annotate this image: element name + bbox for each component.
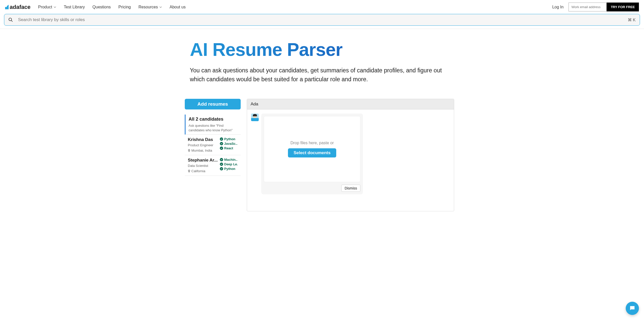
try-free-button[interactable]: TRY FOR FREE xyxy=(607,3,639,11)
nav-product[interactable]: Product xyxy=(38,5,56,9)
pin-icon xyxy=(188,170,190,173)
login-link[interactable]: Log In xyxy=(552,5,563,9)
search-shortcut: ⌘ K xyxy=(628,18,636,22)
candidate-skills: Machin... Deep Le... Python xyxy=(220,158,238,173)
header: adaface Product Test Library Questions P… xyxy=(0,0,644,14)
candidate-location: Mumbai, India xyxy=(188,149,218,152)
workspace: Add resumes All 2 candidates Ask questio… xyxy=(185,99,454,211)
candidate-role: Data Scientist xyxy=(188,164,218,168)
svg-point-0 xyxy=(9,18,12,21)
check-icon xyxy=(220,163,223,166)
all-candidates-item[interactable]: All 2 candidates Ask questions like "Fin… xyxy=(185,115,241,135)
nav-pricing[interactable]: Pricing xyxy=(118,5,131,9)
chat-header: Ada xyxy=(247,99,454,109)
chevron-down-icon xyxy=(159,6,162,8)
upload-bubble: Drop files here, paste or Select documen… xyxy=(261,114,363,194)
candidate-name: Krishna Das xyxy=(188,137,218,142)
pin-icon xyxy=(188,149,190,152)
candidate-item[interactable]: Krishna Das Product Engineer Mumbai, Ind… xyxy=(185,135,241,155)
check-icon xyxy=(220,167,223,170)
main: AI Resume Parser You can ask questions a… xyxy=(185,29,459,211)
check-icon xyxy=(220,158,223,161)
check-icon xyxy=(220,142,223,145)
candidate-name: Stephanie Ar... xyxy=(188,158,218,163)
nav: Product Test Library Questions Pricing R… xyxy=(38,5,186,9)
all-candidates-title: All 2 candidates xyxy=(189,117,238,122)
header-right: Log In TRY FOR FREE xyxy=(552,3,639,11)
chat-panel: Ada Drop files here, paste or Select doc… xyxy=(247,99,454,211)
chat-body: Drop files here, paste or Select documen… xyxy=(247,109,454,211)
search-input[interactable] xyxy=(18,17,628,22)
check-icon xyxy=(220,137,223,141)
add-resumes-button[interactable]: Add resumes xyxy=(185,99,241,109)
candidate-role: Product Engineer xyxy=(188,143,218,147)
page-subtitle: You can ask questions about your candida… xyxy=(190,66,444,84)
search-bar[interactable]: ⌘ K xyxy=(4,14,640,26)
candidate-location: California xyxy=(188,169,218,173)
page-title: AI Resume Parser xyxy=(190,39,454,60)
email-input[interactable] xyxy=(569,3,607,11)
logo[interactable]: adaface xyxy=(5,4,30,10)
select-documents-button[interactable]: Select documents xyxy=(288,148,336,157)
check-icon xyxy=(220,147,223,150)
nav-resources[interactable]: Resources xyxy=(139,5,162,9)
nav-questions[interactable]: Questions xyxy=(93,5,111,9)
candidate-skills: Python JavaSc... React xyxy=(220,137,238,152)
logo-icon xyxy=(5,5,9,9)
sidebar: Add resumes All 2 candidates Ask questio… xyxy=(185,99,241,176)
logo-text: adaface xyxy=(10,4,30,10)
nav-about[interactable]: About us xyxy=(170,5,186,9)
svg-line-1 xyxy=(11,21,13,22)
avatar xyxy=(251,114,259,121)
all-candidates-hint: Ask questions like "Find candidates who … xyxy=(189,123,238,132)
search-icon xyxy=(8,18,13,22)
drop-text: Drop files here, paste or xyxy=(290,141,334,145)
chevron-down-icon xyxy=(54,6,56,8)
dismiss-button[interactable]: Dismiss xyxy=(341,185,360,192)
chat-message: Drop files here, paste or Select documen… xyxy=(251,114,450,194)
dropzone[interactable]: Drop files here, paste or Select documen… xyxy=(264,116,360,182)
nav-test-library[interactable]: Test Library xyxy=(64,5,85,9)
candidate-item[interactable]: Stephanie Ar... Data Scientist Californi… xyxy=(185,155,241,176)
